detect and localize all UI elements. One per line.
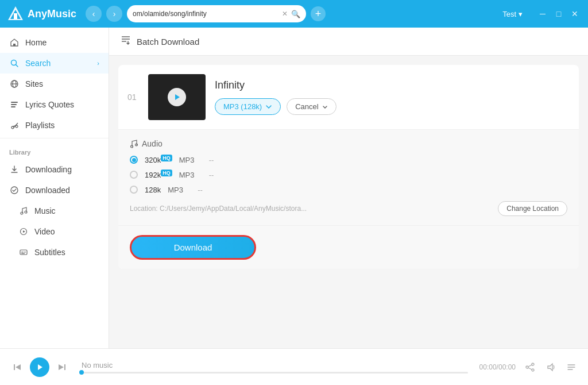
svg-rect-35: [64, 364, 65, 370]
audio-option-320k[interactable]: 320kHQ MP3 --: [130, 155, 567, 164]
sidebar-item-music[interactable]: Music: [0, 201, 109, 221]
svg-rect-9: [11, 102, 18, 103]
hq-badge-192k: HQ: [161, 170, 172, 176]
volume-button[interactable]: [543, 360, 558, 375]
maximize-button[interactable]: □: [552, 7, 565, 20]
sidebar-item-sites-label: Sites: [25, 79, 43, 88]
queue-button[interactable]: [564, 360, 579, 375]
format-select-button[interactable]: MP3 (128k): [215, 98, 281, 115]
new-tab-button[interactable]: +: [311, 6, 326, 21]
audio-section: Audio 320kHQ MP3 -- 192kHQ: [118, 129, 579, 225]
player-track-name: No music: [82, 361, 468, 369]
content-area: Batch Download 01 Infinity: [109, 28, 588, 348]
sidebar-item-sites[interactable]: Sites: [0, 74, 109, 94]
svg-marker-36: [59, 364, 64, 370]
downloaded-icon: [9, 185, 20, 195]
sidebar-item-downloaded-label: Downloaded: [25, 186, 70, 195]
radio-128k[interactable]: [130, 186, 138, 194]
sidebar-item-downloaded[interactable]: Downloaded: [0, 180, 109, 201]
player-controls: [9, 357, 70, 377]
sidebar: Home Search › Sites Lyrics Quotes: [0, 28, 109, 348]
sidebar-item-search-label: Search: [25, 59, 51, 68]
svg-point-38: [526, 366, 528, 368]
dash-128k: --: [198, 186, 203, 194]
svg-rect-22: [20, 250, 27, 255]
share-button[interactable]: [523, 360, 537, 375]
svg-rect-32: [14, 364, 15, 370]
sidebar-item-subtitles[interactable]: Subtitles: [0, 242, 109, 263]
sidebar-divider: [0, 138, 109, 138]
song-thumbnail[interactable]: [148, 74, 206, 120]
tab-close-icon[interactable]: ✕: [282, 10, 288, 18]
sidebar-item-home[interactable]: Home: [0, 32, 109, 53]
sidebar-item-lyrics-label: Lyrics Quotes: [25, 100, 74, 109]
address-search-icon[interactable]: 🔍: [291, 10, 300, 18]
close-button[interactable]: ✕: [568, 7, 581, 20]
audio-option-128k[interactable]: 128k MP3 --: [130, 186, 567, 194]
minimize-button[interactable]: ─: [536, 7, 549, 20]
svg-marker-42: [548, 364, 552, 371]
format-mp3-128k: MP3: [168, 186, 191, 194]
audio-section-label: Audio: [142, 139, 163, 148]
svg-rect-24: [24, 252, 26, 252]
address-bar: om/olamide/song/infinity ✕ 🔍: [127, 5, 306, 22]
subtitles-icon: [18, 247, 29, 257]
play-thumbnail-button[interactable]: [168, 88, 186, 106]
video-icon: [18, 226, 29, 237]
address-text: om/olamide/song/infinity: [133, 10, 278, 18]
song-info: Infinity MP3 (128k) Cancel: [215, 79, 570, 115]
svg-marker-21: [23, 230, 25, 233]
sidebar-item-music-label: Music: [34, 206, 56, 215]
download-btn-area: Download: [118, 225, 579, 269]
svg-rect-25: [21, 253, 25, 254]
sidebar-item-downloading-label: Downloading: [25, 165, 72, 174]
svg-marker-29: [175, 94, 180, 100]
batch-download-icon: [121, 36, 131, 47]
quality-320k: 320kHQ: [145, 155, 172, 164]
audio-option-192k[interactable]: 192kHQ MP3 --: [130, 170, 567, 179]
radio-192k[interactable]: [130, 171, 138, 179]
sites-icon: [9, 79, 20, 89]
forward-button[interactable]: ›: [106, 6, 122, 22]
main-layout: Home Search › Sites Lyrics Quotes: [0, 28, 588, 348]
sidebar-item-playlists[interactable]: Playlists: [0, 115, 109, 136]
sidebar-item-downloading[interactable]: Downloading: [0, 159, 109, 180]
svg-point-18: [21, 212, 23, 214]
audio-header: Audio: [130, 139, 567, 148]
song-number: 01: [127, 93, 139, 102]
next-button[interactable]: [54, 359, 70, 375]
download-button[interactable]: Download: [130, 235, 256, 260]
sidebar-item-home-label: Home: [25, 38, 47, 47]
music-icon: [18, 206, 29, 216]
downloading-icon: [9, 164, 20, 175]
svg-point-37: [532, 363, 534, 365]
sidebar-item-lyrics[interactable]: Lyrics Quotes: [0, 94, 109, 115]
search-arrow-icon: ›: [97, 60, 99, 67]
titlebar: AnyMusic ‹ › om/olamide/song/infinity ✕ …: [0, 0, 588, 28]
previous-button[interactable]: [9, 359, 25, 375]
home-icon: [9, 37, 20, 48]
player-time: 00:00/00:00: [479, 363, 516, 371]
cancel-button[interactable]: Cancel: [287, 98, 336, 115]
user-menu[interactable]: Test ▾: [502, 10, 523, 18]
svg-point-19: [25, 211, 27, 213]
sidebar-item-playlists-label: Playlists: [25, 121, 55, 130]
svg-rect-11: [11, 106, 16, 107]
svg-point-17: [11, 187, 18, 194]
hq-badge-320k: HQ: [161, 155, 172, 161]
song-header: 01 Infinity MP3 (128k): [118, 65, 579, 129]
content-toolbar: Batch Download: [109, 28, 588, 56]
sidebar-item-search[interactable]: Search ›: [0, 53, 109, 74]
location-text: Location: C:/Users/Jemy/AppData/Local/An…: [130, 205, 307, 213]
player-progress-bar[interactable]: [82, 372, 468, 374]
back-button[interactable]: ‹: [86, 6, 102, 22]
library-section-label: Library: [0, 141, 109, 159]
sidebar-item-video[interactable]: Video: [0, 221, 109, 242]
song-actions: MP3 (128k) Cancel: [215, 98, 570, 115]
play-pause-button[interactable]: [30, 357, 49, 377]
svg-line-41: [528, 368, 532, 369]
svg-rect-2: [14, 13, 17, 19]
playlists-icon: [9, 120, 20, 130]
radio-320k[interactable]: [130, 156, 138, 164]
change-location-button[interactable]: Change Location: [498, 201, 567, 216]
